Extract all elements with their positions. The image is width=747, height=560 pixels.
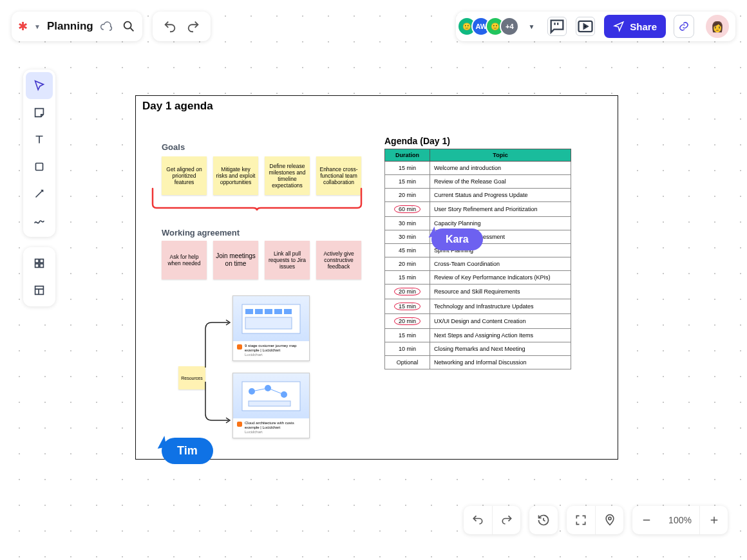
table-row[interactable]: 10 minClosing Remarks and Next Meeting [385, 342, 571, 356]
top-toolbar: ✱ ▼ Planning 🙂 AW 🙂 +4 ▼ Share 👩 [0, 12, 747, 41]
circled-annotation: 60 min [394, 205, 421, 213]
freehand-tool[interactable] [26, 207, 53, 234]
cursor-tim: Tim [154, 438, 213, 464]
duration-cell: 30 min [385, 217, 430, 230]
svg-rect-6 [40, 264, 43, 268]
history-icon[interactable] [529, 506, 558, 534]
svg-rect-10 [255, 309, 263, 314]
table-row[interactable]: 15 minTechnology and Infrastructure Upda… [385, 299, 571, 314]
resource-title-1: 9 stage customer journey map example | L… [245, 344, 305, 353]
frame-title[interactable]: Day 1 agenda [136, 96, 618, 117]
line-tool[interactable] [26, 180, 53, 207]
wa-sticky-4[interactable]: Actively give constructive feedback [316, 241, 361, 279]
topic-cell: Current Status and Progress Update [430, 189, 571, 202]
table-row[interactable]: 20 minCross-Team Coordination [385, 257, 571, 271]
wa-sticky-1[interactable]: Ask for help when needed [162, 241, 207, 279]
topic-cell: Review of Key Performance Indicators (KP… [430, 271, 571, 285]
presence-avatars[interactable]: 🙂 AW 🙂 +4 [462, 17, 519, 36]
cursor-kara: Kara [425, 229, 483, 250]
svg-rect-19 [249, 401, 290, 406]
topic-cell: Review of the Release Goal [430, 175, 571, 189]
resource-sub-2: Lucidchart [245, 430, 305, 434]
undo-redo-group [153, 12, 211, 41]
shape-tool[interactable] [26, 153, 53, 180]
file-pill: ✱ ▼ Planning [12, 12, 142, 41]
sticky-tool[interactable] [26, 99, 53, 126]
svg-rect-3 [35, 259, 39, 263]
board-title[interactable]: Planning [47, 20, 93, 33]
presence-dropdown-icon[interactable]: ▼ [528, 23, 534, 30]
copy-link-button[interactable] [674, 15, 694, 38]
resource-thumb-1 [233, 296, 309, 341]
table-row[interactable]: 20 minCurrent Status and Progress Update [385, 189, 571, 202]
col-duration: Duration [385, 149, 430, 162]
bottom-controls: 100% [464, 506, 728, 534]
share-button[interactable]: Share [604, 15, 666, 38]
duration-cell: 15 min [385, 175, 430, 189]
agenda-table[interactable]: Duration Topic 15 minWelcome and introdu… [384, 149, 571, 369]
resource-thumb-2 [233, 373, 309, 418]
svg-rect-11 [265, 309, 272, 314]
tool-group-secondary [23, 247, 55, 306]
nav-back-icon[interactable] [464, 506, 492, 534]
app-logo-icon[interactable]: ✱ [18, 19, 28, 33]
duration-cell: 15 min [385, 299, 430, 314]
circled-annotation: 15 min [394, 303, 421, 310]
current-user-avatar[interactable]: 👩 [706, 15, 729, 38]
topic-cell: Networking and Informal Discussion [430, 356, 571, 369]
tool-rail [23, 70, 55, 306]
zoom-level[interactable]: 100% [661, 515, 699, 525]
svg-rect-5 [35, 264, 39, 268]
topic-cell: UX/UI Design and Content Creation [430, 314, 571, 329]
resource-title-2: Cloud architecture with costs example | … [245, 421, 305, 430]
resources-sticky[interactable]: Resources [178, 366, 205, 389]
cloud-sync-icon[interactable] [100, 20, 113, 33]
zoom-in-icon[interactable] [699, 506, 728, 534]
avatar-overflow[interactable]: +4 [500, 17, 519, 36]
grid-tool[interactable] [26, 250, 53, 277]
table-row[interactable]: 60 minUser Story Refinement and Prioriti… [385, 202, 571, 217]
undo-icon[interactable] [163, 19, 177, 33]
table-row[interactable]: 15 minReview of Key Performance Indicato… [385, 271, 571, 285]
agenda-frame[interactable]: Day 1 agenda Goals Get aligned on priori… [135, 95, 618, 460]
present-icon[interactable] [576, 17, 595, 36]
nav-history-group [464, 506, 520, 534]
cursor-label-kara: Kara [431, 229, 483, 250]
text-tool[interactable] [26, 126, 53, 153]
working-agreement-heading: Working agreement [162, 228, 240, 238]
file-menu-caret-icon[interactable]: ▼ [34, 23, 41, 30]
view-group [567, 506, 623, 534]
table-row[interactable]: 20 minUX/UI Design and Content Creation [385, 314, 571, 329]
duration-cell: 15 min [385, 329, 430, 342]
circled-annotation: 20 min [394, 288, 421, 295]
select-tool[interactable] [26, 72, 53, 99]
location-icon[interactable] [595, 506, 623, 534]
table-row[interactable]: OptionalNetworking and Informal Discussi… [385, 356, 571, 369]
table-row[interactable]: 15 minWelcome and introduction [385, 162, 571, 175]
table-row[interactable]: 20 minResource and Skill Requirements [385, 285, 571, 299]
topic-cell: Next Steps and Assigning Action Items [430, 329, 571, 342]
circled-annotation: 20 min [394, 317, 421, 325]
resource-sub-1: Lucidchart [245, 353, 305, 357]
connector-arrow-2 [203, 379, 235, 424]
comment-icon[interactable] [547, 17, 567, 36]
topic-cell: Resource and Skill Requirements [430, 285, 571, 299]
template-tool[interactable] [26, 277, 53, 304]
svg-rect-7 [35, 286, 44, 295]
search-icon[interactable] [122, 19, 136, 33]
wa-sticky-2[interactable]: Join meetings on time [213, 241, 258, 279]
resource-card-2[interactable]: Cloud architecture with costs example | … [232, 373, 310, 438]
goals-heading: Goals [162, 142, 185, 152]
fullscreen-icon[interactable] [567, 506, 595, 534]
resource-card-1[interactable]: 9 stage customer journey map example | L… [232, 295, 310, 361]
table-row[interactable]: 15 minReview of the Release Goal [385, 175, 571, 189]
duration-cell: 45 min [385, 244, 430, 257]
table-row[interactable]: 15 minNext Steps and Assigning Action It… [385, 329, 571, 342]
share-label: Share [630, 21, 657, 32]
duration-cell: 20 min [385, 257, 430, 271]
redo-icon[interactable] [186, 19, 200, 33]
zoom-out-icon[interactable] [632, 506, 661, 534]
wa-sticky-3[interactable]: Link all pull requests to Jira issues [265, 241, 310, 279]
duration-cell: 15 min [385, 162, 430, 175]
nav-forward-icon[interactable] [492, 506, 520, 534]
